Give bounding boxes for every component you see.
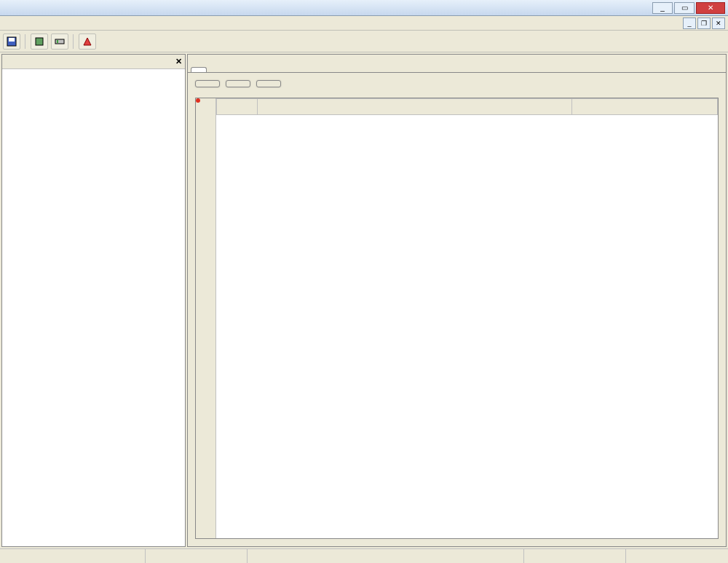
col-function[interactable]	[258, 99, 572, 115]
status-device	[146, 549, 248, 563]
status-level	[248, 549, 524, 563]
content-pane	[187, 54, 727, 547]
statusbar	[0, 548, 728, 563]
mdi-close[interactable]: ✕	[712, 17, 725, 29]
tool3-icon[interactable]	[79, 34, 96, 50]
cancel-button[interactable]	[226, 80, 250, 87]
sidebar-close-icon[interactable]: ✕	[175, 57, 182, 66]
tab-main[interactable]	[191, 67, 207, 72]
menubar: _ ❐ ✕	[0, 16, 728, 31]
status-region	[626, 549, 728, 563]
apply-button[interactable]	[256, 80, 281, 87]
svg-rect-3	[55, 39, 64, 44]
toolbar	[0, 31, 728, 52]
close-button[interactable]: ✕	[696, 2, 725, 14]
numbering-table	[216, 98, 718, 115]
tree	[2, 69, 185, 546]
status-version	[524, 549, 626, 563]
svg-rect-4	[57, 40, 58, 43]
status-mode	[0, 549, 146, 563]
col-dial[interactable]	[572, 99, 718, 115]
titlebar: _ ▭ ✕	[0, 0, 728, 16]
tool2-icon[interactable]	[51, 34, 68, 50]
mdi-minimize[interactable]: _	[683, 17, 696, 29]
mdi-restore[interactable]: ❐	[697, 17, 711, 29]
minimize-button[interactable]: _	[652, 2, 673, 14]
tool1-icon[interactable]	[31, 34, 48, 50]
svg-rect-1	[9, 38, 15, 42]
col-number[interactable]	[217, 99, 258, 115]
sidebar: ✕	[1, 54, 186, 547]
maximize-button[interactable]: ▭	[674, 2, 695, 14]
svg-rect-2	[36, 38, 43, 45]
save-icon[interactable]	[3, 34, 20, 50]
ok-button[interactable]	[195, 80, 220, 87]
